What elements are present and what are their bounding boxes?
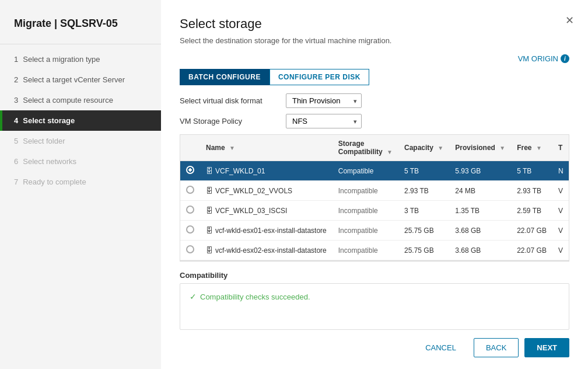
step-item-6: 6 Select networks <box>0 151 161 172</box>
col-provisioned[interactable]: Provisioned ▼ <box>449 135 511 161</box>
row-compat-0: Compatible <box>332 161 398 181</box>
step-item-3[interactable]: 3 Select a compute resource <box>0 90 161 110</box>
steps-list: 1 Select a migration type 2 Select a tar… <box>0 49 161 192</box>
radio-unselected-icon <box>186 206 194 214</box>
table-row[interactable]: 🗄VCF_WKLD_03_ISCSI Incompatible 3 TB 1.3… <box>180 201 569 221</box>
vm-origin-row: VM ORIGIN i <box>180 54 569 63</box>
check-icon: ✓ <box>190 292 197 301</box>
tab-configure-per-disk[interactable]: CONFIGURE PER DISK <box>270 69 369 85</box>
step-label-4: Select storage <box>23 116 75 125</box>
free-sort-icon: ▼ <box>536 145 542 151</box>
col-storage-compat[interactable]: StorageCompatibility ▼ <box>332 135 398 161</box>
radio-unselected-icon <box>186 225 194 234</box>
name-sort-icon: ▼ <box>229 145 235 151</box>
disk-format-row: Select virtual disk format Thin Provisio… <box>180 93 569 108</box>
compatibility-success: ✓ Compatibility checks succeeded. <box>190 292 559 301</box>
row-radio-0[interactable] <box>180 161 200 181</box>
row-thin-2: V <box>552 201 569 221</box>
row-name-4: 🗄vcf-wkld-esx02-esx-install-datastore <box>200 241 332 260</box>
step-number-4: 4 <box>14 116 18 125</box>
row-free-4: 22.07 GB <box>511 241 552 260</box>
step-label-2: Select a target vCenter Server <box>23 75 125 84</box>
back-button[interactable]: BACK <box>474 338 519 357</box>
storage-table: Name ▼ StorageCompatibility ▼ Capacity ▼… <box>180 135 569 260</box>
row-free-2: 2.59 TB <box>511 201 552 221</box>
storage-table-container: Name ▼ StorageCompatibility ▼ Capacity ▼… <box>180 134 569 262</box>
row-provisioned-2: 1.35 TB <box>449 201 511 221</box>
dialog-title: Select storage <box>180 16 569 32</box>
row-capacity-0: 5 TB <box>398 161 449 181</box>
row-capacity-2: 3 TB <box>398 201 449 221</box>
row-provisioned-1: 24 MB <box>449 181 511 201</box>
row-radio-1[interactable] <box>180 181 200 201</box>
step-number-3: 3 <box>14 96 18 105</box>
step-label-6: Select networks <box>23 157 76 166</box>
row-radio-3[interactable] <box>180 221 200 241</box>
next-button[interactable]: NEXT <box>524 338 569 357</box>
compatibility-box: ✓ Compatibility checks succeeded. <box>180 283 569 330</box>
step-number-6: 6 <box>14 157 18 166</box>
row-provisioned-4: 3.68 GB <box>449 241 511 260</box>
tab-batch-configure[interactable]: BATCH CONFIGURE <box>180 69 270 85</box>
main-panel: ✕ Select storage Select the destination … <box>161 0 588 369</box>
col-thin[interactable]: T <box>552 135 569 161</box>
step-label-5: Select folder <box>23 137 65 145</box>
table-footer: Manage Columns Items per page 10 7 items <box>180 260 569 262</box>
sidebar-title: Migrate | SQLSRV-05 <box>0 12 161 44</box>
sidebar: Migrate | SQLSRV-05 1 Select a migration… <box>0 0 161 369</box>
row-free-1: 2.93 TB <box>511 181 552 201</box>
vm-origin-link[interactable]: VM ORIGIN i <box>518 54 569 63</box>
step-item-5: 5 Select folder <box>0 131 161 151</box>
row-name-2: 🗄VCF_WKLD_03_ISCSI <box>200 201 332 221</box>
step-item-4[interactable]: 4 Select storage <box>0 110 161 131</box>
row-compat-3: Incompatible <box>332 221 398 241</box>
table-row[interactable]: 🗄VCF_WKLD_01 Compatible 5 TB 5.93 GB 5 T… <box>180 161 569 181</box>
col-capacity[interactable]: Capacity ▼ <box>398 135 449 161</box>
disk-format-select[interactable]: Thin Provision <box>286 93 362 108</box>
col-free[interactable]: Free ▼ <box>511 135 552 161</box>
cancel-button[interactable]: CANCEL <box>414 339 468 357</box>
disk-format-label: Select virtual disk format <box>180 96 279 105</box>
vm-origin-label: VM ORIGIN <box>518 54 558 63</box>
tab-row: BATCH CONFIGURE CONFIGURE PER DISK <box>180 69 569 85</box>
step-number-1: 1 <box>14 55 18 64</box>
col-name[interactable]: Name ▼ <box>200 135 332 161</box>
col-radio <box>180 135 200 161</box>
row-compat-1: Incompatible <box>332 181 398 201</box>
row-provisioned-3: 3.68 GB <box>449 221 511 241</box>
row-radio-2[interactable] <box>180 201 200 221</box>
row-radio-4[interactable] <box>180 241 200 260</box>
row-free-0: 5 TB <box>511 161 552 181</box>
step-label-7: Ready to complete <box>23 177 86 186</box>
vm-storage-policy-row: VM Storage Policy NFS <box>180 114 569 128</box>
row-compat-4: Incompatible <box>332 241 398 260</box>
row-capacity-4: 25.75 GB <box>398 241 449 260</box>
row-name-1: 🗄VCF_WKLD_02_VVOLS <box>200 181 332 201</box>
datastore-icon: 🗄 <box>206 167 213 175</box>
disk-format-dropdown-wrapper: Thin Provision <box>286 93 362 108</box>
row-thin-4: V <box>552 241 569 260</box>
vm-storage-policy-label: VM Storage Policy <box>180 117 279 126</box>
compatibility-section: Compatibility ✓ Compatibility checks suc… <box>180 271 569 330</box>
datastore-icon: 🗄 <box>206 187 213 195</box>
radio-selected-icon <box>186 166 194 174</box>
step-item-2[interactable]: 2 Select a target vCenter Server <box>0 69 161 90</box>
datastore-icon: 🗄 <box>206 227 213 235</box>
step-number-7: 7 <box>14 177 18 186</box>
table-header-row: Name ▼ StorageCompatibility ▼ Capacity ▼… <box>180 135 569 161</box>
step-label-1: Select a migration type <box>23 55 100 64</box>
row-thin-3: V <box>552 221 569 241</box>
compatibility-label: Compatibility <box>180 271 569 280</box>
vm-storage-policy-select[interactable]: NFS <box>286 114 362 128</box>
step-item-1[interactable]: 1 Select a migration type <box>0 49 161 69</box>
step-item-7: 7 Ready to complete <box>0 172 161 192</box>
compatibility-success-text: Compatibility checks succeeded. <box>200 293 310 301</box>
table-row[interactable]: 🗄vcf-wkld-esx02-esx-install-datastore In… <box>180 241 569 260</box>
row-thin-1: V <box>552 181 569 201</box>
table-row[interactable]: 🗄VCF_WKLD_02_VVOLS Incompatible 2.93 TB … <box>180 181 569 201</box>
step-number-2: 2 <box>14 75 18 84</box>
table-row[interactable]: 🗄vcf-wkld-esx01-esx-install-datastore In… <box>180 221 569 241</box>
step-number-5: 5 <box>14 137 18 145</box>
row-compat-2: Incompatible <box>332 201 398 221</box>
close-button[interactable]: ✕ <box>565 14 574 27</box>
